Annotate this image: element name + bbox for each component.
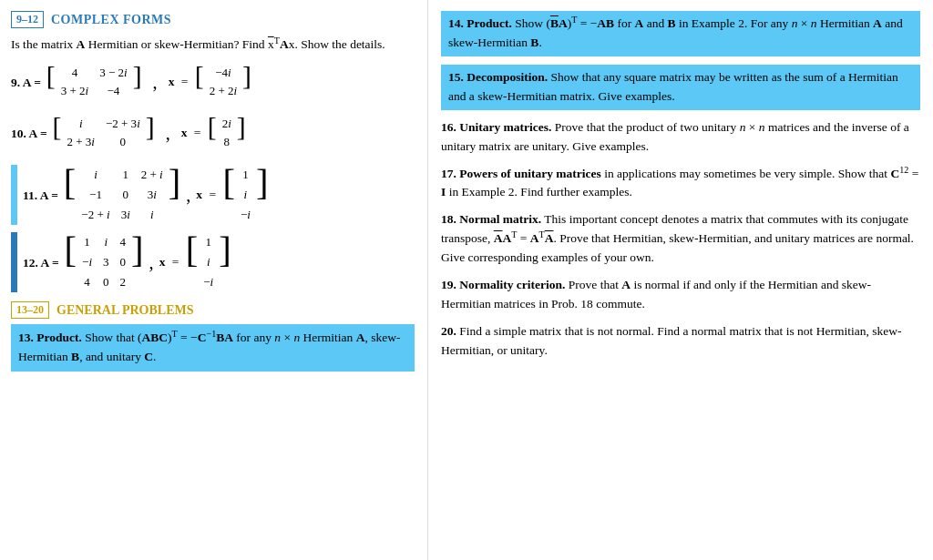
cell: 0 xyxy=(101,274,111,290)
cell: 2i xyxy=(220,116,233,132)
bracket-right: ] xyxy=(242,63,251,101)
matrix-inner: i −2 + 3i 2 + 3i 0 xyxy=(61,114,145,152)
prob11-matrix-a: [ i 1 2 + i −1 0 3i −2 + i 3i i ] xyxy=(64,165,180,225)
bracket-left: [ xyxy=(46,63,56,101)
problem-20: 20. Find a simple matrix that is not nor… xyxy=(441,322,920,361)
cell: i xyxy=(65,116,96,132)
prob10-vector: x = [ 2i 8 ] xyxy=(181,114,246,152)
cell: 3 − 2i xyxy=(97,65,128,81)
bracket-right: ] xyxy=(219,232,231,292)
prob11-num: 11. A = xyxy=(23,187,58,203)
bracket-left: [ xyxy=(186,232,199,292)
cell: 1 xyxy=(201,234,215,250)
prob12-bar xyxy=(11,232,17,292)
cell: i xyxy=(239,187,252,203)
cell: 3i xyxy=(119,207,132,223)
matrix-inner: 1 i 4 −i 3 0 4 0 2 xyxy=(77,232,131,292)
prob9-matrices: [ 4 3 − 2i 3 + 2i −4 ] , x = [ −4i xyxy=(46,63,251,101)
problem-16: 16. Unitary matrices. Prove that the pro… xyxy=(441,118,920,157)
cell: 4 xyxy=(80,274,94,290)
prob12-matrix-a: [ 1 i 4 −i 3 0 4 0 2 ] xyxy=(65,232,144,292)
problem-10: 10. A = [ i −2 + 3i 2 + 3i 0 ] , x = xyxy=(11,114,415,152)
cell: −i xyxy=(80,254,94,270)
bracket-left: [ xyxy=(208,114,217,152)
problem-18: 18. Normal matrix. This important concep… xyxy=(441,210,920,268)
prob9-matrix-a: [ 4 3 − 2i 3 + 2i −4 ] xyxy=(46,63,142,101)
x-label: x xyxy=(169,75,175,89)
problem-11: 11. A = [ i 1 2 + i −1 0 3i −2 + i 3i i … xyxy=(11,165,415,225)
bracket-left: [ xyxy=(195,63,204,101)
cell: 0 xyxy=(118,254,128,270)
cell: 2 + 2i xyxy=(208,83,239,99)
bracket-right: ] xyxy=(169,165,181,225)
prob16-num: 16. Unitary matrices. xyxy=(441,120,551,134)
comma: , xyxy=(153,72,158,93)
prob12-num: 12. A = xyxy=(23,254,59,270)
cell: 1 xyxy=(239,167,252,183)
prob9-num: 9. A = xyxy=(11,74,41,90)
matrix-inner: 1 i −i xyxy=(235,165,256,225)
bracket-right: ] xyxy=(256,165,269,225)
cell: 0 xyxy=(119,187,132,203)
problem-12: 12. A = [ 1 i 4 −i 3 0 4 0 2 ] , x = xyxy=(11,232,415,292)
matrix-inner: −4i 2 + 2i xyxy=(204,63,242,101)
cell: 3 + 2i xyxy=(59,83,90,99)
cell: 4 xyxy=(118,234,128,250)
problem-9: 9. A = [ 4 3 − 2i 3 + 2i −4 ] , x = xyxy=(11,63,415,101)
prob12-vector: x = [ 1 i −i ] xyxy=(159,232,231,292)
prob19-num: 19. Normality criterion. xyxy=(441,278,565,291)
general-header: 13–20 GENERAL PROBLEMS xyxy=(11,301,415,319)
cell: −4i xyxy=(208,65,239,81)
cell: 8 xyxy=(220,134,233,150)
general-title: GENERAL PROBLEMS xyxy=(56,303,194,318)
cell: −1 xyxy=(79,187,111,203)
prob14-num: 14. Product. xyxy=(448,16,512,30)
prob9-vector: x = [ −4i 2 + 2i ] xyxy=(169,63,251,101)
x-label: x xyxy=(196,188,202,202)
section-badge: 9–12 xyxy=(11,11,44,28)
bracket-left: [ xyxy=(222,165,235,225)
prob20-num: 20. xyxy=(441,324,456,338)
bracket-left: [ xyxy=(65,232,77,292)
comma: , xyxy=(186,185,190,206)
matrix-inner: 1 i −i xyxy=(198,232,219,292)
section-title: COMPLEX FORMS xyxy=(51,13,171,27)
prob10-matrix-a: [ i −2 + 3i 2 + 3i 0 ] xyxy=(53,114,155,152)
cell: 2 + i xyxy=(139,167,165,183)
problem-17: 17. Powers of unitary matrices in applic… xyxy=(441,165,920,203)
problem-13-block: 13. Product. Show that (ABC)T = −C−1BA f… xyxy=(11,324,415,372)
right-panel: 14. Product. Show (BA)T = −AB for A and … xyxy=(428,0,933,560)
cell: −i xyxy=(201,274,215,290)
comma: , xyxy=(149,252,154,273)
cell: 3i xyxy=(139,187,165,203)
bracket-right: ] xyxy=(131,232,144,292)
cell: 2 xyxy=(118,274,128,290)
comma: , xyxy=(166,123,170,144)
cell: −2 + i xyxy=(79,207,111,223)
prob10-matrices: [ i −2 + 3i 2 + 3i 0 ] , x = [ 2i xyxy=(53,114,246,152)
intro-text: Is the matrix A Hermitian or skew-Hermit… xyxy=(11,36,415,54)
prob11-vector: x = [ 1 i −i ] xyxy=(196,165,268,225)
cell: 0 xyxy=(104,134,142,150)
prob17-num: 17. Powers of unitary matrices xyxy=(441,167,601,180)
cell: 1 xyxy=(80,234,94,250)
prob11-content: 11. A = [ i 1 2 + i −1 0 3i −2 + i 3i i … xyxy=(23,165,268,225)
cell: i xyxy=(79,167,111,183)
prob10-num: 10. A = xyxy=(11,125,47,141)
cell: i xyxy=(139,207,165,223)
bracket-right: ] xyxy=(146,114,155,152)
x-label: x xyxy=(181,126,188,140)
cell: i xyxy=(201,254,215,270)
cell: i xyxy=(101,234,111,250)
general-badge: 13–20 xyxy=(11,301,49,319)
bracket-right: ] xyxy=(237,114,246,152)
prob14-block: 14. Product. Show (BA)T = −AB for A and … xyxy=(441,11,920,56)
matrix-inner: 4 3 − 2i 3 + 2i −4 xyxy=(56,63,133,101)
cell: 2 + 3i xyxy=(65,134,96,150)
cell: −4 xyxy=(97,83,128,99)
bracket-left: [ xyxy=(64,165,77,225)
cell: 1 xyxy=(119,167,132,183)
prob12-content: 12. A = [ 1 i 4 −i 3 0 4 0 2 ] , x = xyxy=(23,232,231,292)
section-header: 9–12 COMPLEX FORMS xyxy=(11,11,415,28)
bracket-right: ] xyxy=(133,63,142,101)
